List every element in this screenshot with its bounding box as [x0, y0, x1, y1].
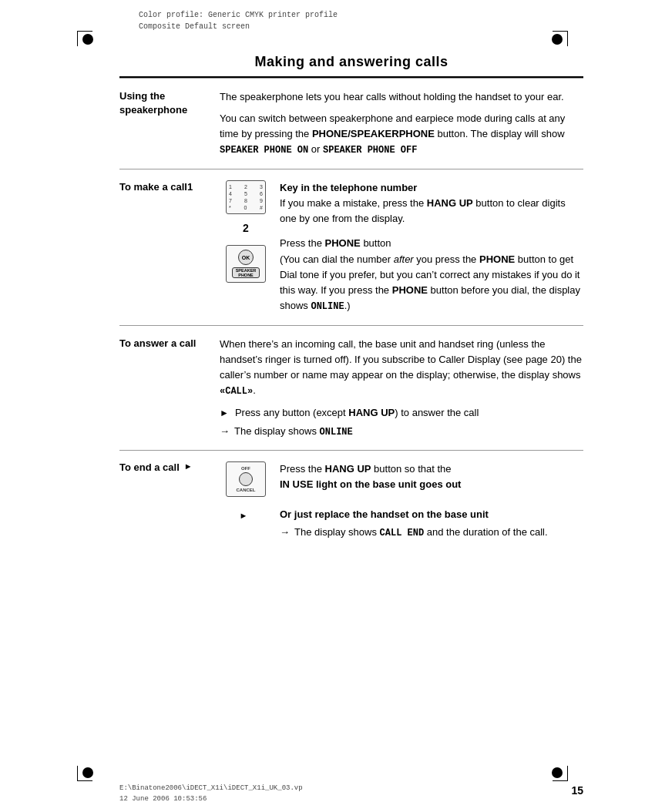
end-call-second-bullet: ► — [240, 509, 253, 521]
step1-heading: Key in the telephone number — [280, 180, 583, 196]
step2-number: 2 — [243, 222, 249, 234]
answer-call-bullet: ► Press any button (except HANG UP) to a… — [220, 405, 583, 421]
section-speakerphone: Using the speakerphone The speakerphone … — [119, 78, 583, 169]
step1-body: If you make a mistake, press the HANG UP… — [280, 196, 583, 226]
speakerphone-para2: You can switch between speakerphone and … — [220, 111, 583, 158]
speakerphone-para2-middle: button. The display will show — [435, 128, 565, 139]
answer-call-arrow: → The display shows ONLINE — [220, 424, 583, 440]
answer-call-display-text: The display shows ONLINE — [234, 424, 353, 440]
end-call-bullet2-icon: ► — [240, 511, 248, 520]
keypad-image: 1 2 3 4 5 6 7 8 9 * — [226, 180, 266, 214]
speaker-phone-icon: SPEAKER PHONE — [232, 267, 260, 278]
speakerphone-para1: The speakerphone lets you hear calls wit… — [220, 89, 583, 105]
end-call-arrow: → The display shows CALL END and the dur… — [280, 525, 583, 541]
cancel-label: CANCEL — [237, 488, 256, 492]
reg-dot-br — [552, 767, 563, 778]
footer-path: E:\Binatone2006\iDECT_X1i\iDECT_X1i_UK_0… — [119, 783, 303, 804]
section-make-call: To make a call1 1 2 3 4 5 6 7 — [119, 169, 583, 325]
phone-button-image: OK SPEAKER PHONE — [226, 245, 266, 283]
bullet-triangle-icon: ► — [220, 406, 229, 421]
end-call-step1: Press the HANG UP button so that the IN … — [280, 461, 583, 492]
section-answer-call: To answer a call When there’s an incomin… — [119, 325, 583, 451]
make-call-content: Key in the telephone number If you make … — [280, 180, 583, 314]
answer-call-bullet-text: Press any button (except HANG UP) to ans… — [235, 405, 479, 421]
end-call-arrow-text: The display shows CALL END and the durat… — [294, 525, 548, 541]
reg-dot-tr — [552, 34, 563, 45]
speakerphone-label: Using the speakerphone — [119, 89, 220, 158]
make-call-step2: Press the PHONE button (You can dial the… — [280, 236, 583, 314]
end-call-step2: Or just replace the handset on the base … — [280, 507, 583, 522]
answer-call-para1: When there’s an incoming call, the base … — [220, 337, 583, 399]
arrow-right-icon: → — [220, 424, 230, 439]
off-label: OFF — [241, 466, 250, 471]
section-end-call: To end a call ► OFF CANCEL ► Press the H… — [119, 450, 583, 551]
reg-dot-tl — [82, 34, 93, 45]
speakerphone-button: PHONE/SPEAKERPHONE — [312, 128, 435, 139]
top-metadata: Color profile: Generic CMYK printer prof… — [139, 9, 338, 32]
reg-dot-bl — [82, 767, 93, 778]
speakerphone-display2: SPEAKER PHONE OFF — [323, 145, 417, 156]
make-call-images: 1 2 3 4 5 6 7 8 9 * — [220, 180, 272, 314]
end-call-label: To end a call ► — [119, 461, 220, 540]
end-call-arrow-icon: → — [280, 525, 290, 540]
speakerphone-display1: SPEAKER PHONE ON — [220, 145, 308, 156]
end-call-content: Press the HANG UP button so that the IN … — [280, 461, 583, 540]
page-title: Making and answering calls — [119, 54, 583, 70]
ok-button-icon: OK — [238, 250, 254, 265]
step2-heading: Press the PHONE button — [280, 236, 583, 251]
speakerphone-content: The speakerphone lets you hear calls wit… — [220, 89, 583, 158]
end-call-images: OFF CANCEL ► — [220, 461, 272, 540]
speakerphone-or: or — [308, 143, 323, 155]
make-call-step1: Key in the telephone number If you make … — [280, 180, 583, 226]
page-number: 15 — [571, 784, 583, 797]
cancel-circle-icon — [239, 472, 253, 486]
cancel-button-image: OFF CANCEL — [226, 461, 266, 497]
answer-call-content: When there’s an incoming call, the base … — [220, 337, 583, 440]
end-call-label-triangle: ► — [184, 461, 193, 471]
answer-call-label: To answer a call — [119, 337, 220, 440]
make-call-label: To make a call1 — [119, 180, 220, 314]
step2-body: (You can dial the number after you press… — [280, 252, 583, 314]
main-content: Making and answering calls Using the spe… — [119, 54, 583, 766]
